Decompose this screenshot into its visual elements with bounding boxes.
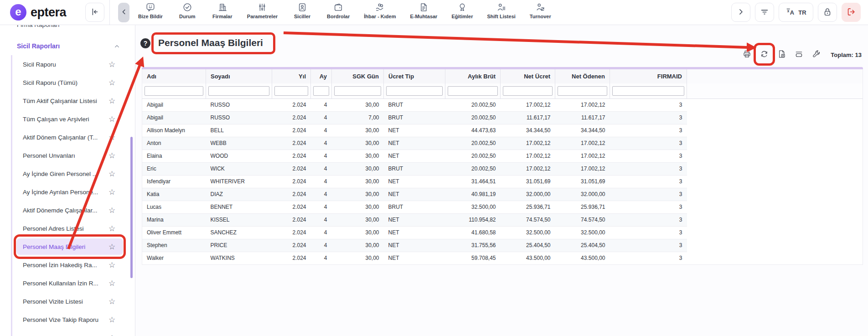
table-row[interactable]: StephenPRICE2.024430,00NET31.755,5625.40… bbox=[142, 239, 863, 252]
filter-input[interactable] bbox=[386, 86, 443, 96]
sidebar-item[interactable]: Personel Unvanları ☆ bbox=[0, 146, 135, 165]
lock-button[interactable] bbox=[818, 3, 837, 22]
sidebar-section-sicil-raporlari[interactable]: Sicil Raporları bbox=[0, 40, 135, 52]
favorite-star-icon[interactable]: ☆ bbox=[108, 261, 115, 269]
table-row[interactable]: Oliver EmmettSANCHEZ2.024430,00NET41.680… bbox=[142, 226, 863, 239]
sidebar-item[interactable]: Deneme Süresi Raporu ☆ bbox=[0, 329, 135, 336]
column-header[interactable]: Adı bbox=[142, 69, 206, 83]
refresh-button[interactable] bbox=[760, 49, 769, 60]
nav-back-button[interactable] bbox=[118, 3, 129, 22]
sidebar-item[interactable]: Personel Vizite Listesi ☆ bbox=[0, 292, 135, 310]
sidebar-item[interactable]: Tüm Çalışan ve Arşivleri ☆ bbox=[0, 110, 135, 128]
filter-input[interactable] bbox=[448, 86, 498, 96]
table-row[interactable]: AbigailRUSSO2.024430,00BRUT20.002,5017.0… bbox=[142, 98, 863, 111]
filter-input[interactable] bbox=[503, 86, 553, 96]
column-header[interactable]: Ücret Tip bbox=[384, 69, 445, 83]
favorite-star-icon[interactable]: ☆ bbox=[108, 225, 115, 233]
topnav-item-sliders[interactable]: Parametreler bbox=[247, 2, 278, 19]
table-row[interactable]: ElainaWOOD2.024430,00NET20.002,5017.002,… bbox=[142, 150, 863, 162]
favorite-star-icon[interactable]: ☆ bbox=[108, 61, 115, 68]
sidebar-item[interactable]: Personel Vize Takip Raporu ☆ bbox=[0, 310, 135, 329]
favorite-star-icon[interactable]: ☆ bbox=[108, 79, 115, 87]
topnav-item-label: Firmalar bbox=[212, 14, 232, 19]
table-row[interactable]: AntonWEBB2.024430,00NET20.002,5017.002,1… bbox=[142, 137, 863, 150]
topnav-item-person-list[interactable]: Shift Listesi bbox=[487, 2, 515, 19]
export-excel-button[interactable] bbox=[777, 49, 786, 60]
sidebar-item[interactable]: Ay İçinde Ayrılan Persone... ☆ bbox=[0, 183, 135, 201]
column-header[interactable]: Soyadı bbox=[206, 69, 272, 83]
favorite-star-icon[interactable]: ☆ bbox=[108, 115, 115, 123]
table-row[interactable]: LucasBENNET2.024430,00BRUT32.500,0025.93… bbox=[142, 201, 863, 213]
column-header[interactable]: SGK Gün bbox=[332, 69, 384, 83]
sidebar-item[interactable]: Tüm Aktif Çalışanlar Listesi ☆ bbox=[0, 92, 135, 110]
filter-input[interactable] bbox=[145, 86, 203, 96]
table-row[interactable]: AbigailRUSSO2.02447,00BRUT20.002,5011.61… bbox=[142, 111, 863, 124]
top-bar: e eptera Bize Bildir Durum Firmalar Para… bbox=[0, 0, 868, 25]
topnav-item-hand-coins[interactable]: İhbar - Kıdem bbox=[364, 2, 396, 19]
row-filler bbox=[687, 162, 863, 175]
topnav-item-medal[interactable]: Eğitimler bbox=[451, 2, 473, 19]
logout-button[interactable] bbox=[842, 3, 861, 22]
sidebar-item[interactable]: Personel İzin Hakediş Ra... ☆ bbox=[0, 256, 135, 274]
sidebar-item[interactable]: Sicil Raporu (Tümü) ☆ bbox=[0, 73, 135, 92]
favorite-star-icon[interactable]: ☆ bbox=[108, 134, 115, 141]
topnav-item-building[interactable]: Firmalar bbox=[212, 2, 233, 19]
column-header[interactable]: Aylık Brüt bbox=[445, 69, 501, 83]
table-row[interactable]: IsfendiyarWHITERIVER2.024430,00NET31.464… bbox=[142, 175, 863, 188]
column-header[interactable]: Net Ödenen bbox=[555, 69, 610, 83]
favorite-star-icon[interactable]: ☆ bbox=[108, 152, 115, 160]
table-cell: NET bbox=[384, 124, 445, 137]
column-header[interactable]: Ay bbox=[311, 69, 332, 83]
column-chooser-button[interactable] bbox=[794, 49, 804, 60]
favorite-star-icon[interactable]: ☆ bbox=[108, 207, 115, 214]
table-row[interactable]: WalkerWATKINS2.024430,00NET59.708,4543.5… bbox=[142, 252, 863, 264]
filter-input[interactable] bbox=[313, 86, 329, 96]
favorite-star-icon[interactable]: ☆ bbox=[108, 170, 115, 178]
favorite-star-icon[interactable]: ☆ bbox=[108, 243, 115, 251]
favorite-star-icon[interactable]: ☆ bbox=[108, 316, 115, 324]
topnav-item-document[interactable]: E-Muhtasar bbox=[410, 2, 438, 19]
filter-input[interactable] bbox=[334, 86, 381, 96]
brand-logo[interactable]: e eptera bbox=[10, 4, 66, 21]
table-row[interactable]: Allison MadelynBELL2.024430,00NET44.473,… bbox=[142, 124, 863, 137]
filter-input[interactable] bbox=[558, 86, 607, 96]
filter-input[interactable] bbox=[208, 86, 269, 96]
filter-button[interactable] bbox=[755, 3, 774, 22]
table-cell: 2.024 bbox=[272, 252, 311, 264]
table-row[interactable]: KatiaDIAZ2.024430,00NET40.981,1932.000,0… bbox=[142, 188, 863, 201]
topnav-item-wallet[interactable]: Bordrolar bbox=[327, 2, 350, 19]
favorite-star-icon[interactable]: ☆ bbox=[108, 298, 115, 305]
column-header[interactable]: Yıl bbox=[272, 69, 311, 83]
sidebar-item[interactable]: Sicil Raporu ☆ bbox=[0, 55, 135, 73]
sidebar-item[interactable]: Personel Maaş Bilgileri ☆ bbox=[0, 238, 135, 256]
topnav-item-id-card[interactable]: Siciller bbox=[292, 2, 313, 19]
sidebar-item[interactable]: Ay İçinde Giren Personel ... ☆ bbox=[0, 165, 135, 183]
help-icon[interactable]: ? bbox=[140, 38, 150, 48]
wrench-button[interactable] bbox=[811, 49, 821, 60]
topnav-item-chat-bubble[interactable]: Bize Bildir bbox=[138, 2, 163, 19]
topnav-item-status-check[interactable]: Durum bbox=[177, 2, 198, 19]
favorite-star-icon[interactable]: ☆ bbox=[108, 334, 115, 336]
filter-input[interactable] bbox=[274, 86, 308, 96]
table-row[interactable]: EricWICK2.024430,00BRUT20.002,5017.002,1… bbox=[142, 162, 863, 175]
sidebar-item[interactable]: Aktif Dönem Çalışanlar (T... ☆ bbox=[0, 128, 135, 146]
sidebar-item[interactable]: Aktif Dönemde Çalışanlar... ☆ bbox=[0, 201, 135, 219]
chevron-up-icon[interactable] bbox=[114, 43, 120, 52]
printer-button[interactable] bbox=[742, 49, 752, 60]
sidebar-item[interactable]: Personel Kullanılan İzin R... ☆ bbox=[0, 274, 135, 292]
language-button[interactable]: TR bbox=[779, 3, 813, 22]
sidebar-item[interactable]: Personel Adres Listesi ☆ bbox=[0, 219, 135, 238]
column-header[interactable]: FIRMAID bbox=[610, 69, 687, 83]
table-row[interactable]: MarinaKISSEL2.024430,00NET110.954,8274.5… bbox=[142, 213, 863, 226]
sidebar-item-clipped-top[interactable]: Firma Raporları bbox=[17, 25, 60, 28]
favorite-star-icon[interactable]: ☆ bbox=[108, 97, 115, 105]
chevron-right-icon bbox=[736, 7, 745, 18]
favorite-star-icon[interactable]: ☆ bbox=[108, 188, 115, 196]
filter-input[interactable] bbox=[612, 86, 684, 96]
sidebar-scrollbar[interactable] bbox=[130, 137, 133, 278]
sidebar-collapse-button[interactable] bbox=[85, 3, 104, 22]
favorite-star-icon[interactable]: ☆ bbox=[108, 279, 115, 287]
expand-right-button[interactable] bbox=[731, 3, 750, 22]
topnav-item-person-sync[interactable]: Turnover bbox=[530, 2, 551, 19]
column-header[interactable]: Net Ücret bbox=[501, 69, 555, 83]
